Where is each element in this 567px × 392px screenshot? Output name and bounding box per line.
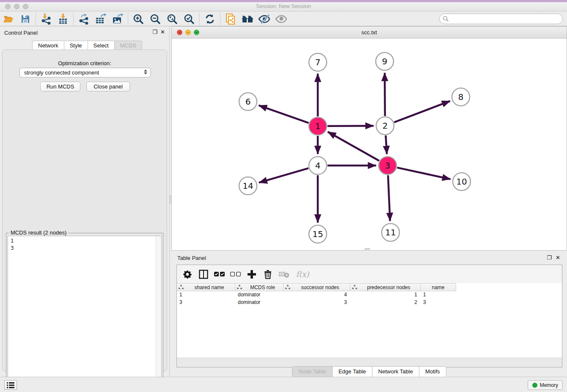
graph-edge-2-9[interactable] — [385, 73, 385, 116]
tree-hierarchy-icon — [352, 285, 359, 290]
graph-edge-1-2[interactable] — [328, 126, 374, 126]
mcds-result-title: MCDS result (2 nodes) — [9, 229, 68, 236]
list-icon — [7, 382, 14, 388]
column-header-shared-name[interactable]: shared name — [177, 284, 235, 291]
table-toolbar: f(x) — [177, 265, 562, 283]
zoom-fit-icon[interactable] — [164, 13, 181, 25]
graph-edge-1-6[interactable] — [259, 105, 308, 123]
table-cell[interactable]: 4 — [284, 291, 350, 299]
table-cell[interactable]: 3 — [284, 299, 350, 306]
table-cell[interactable]: 3 — [177, 299, 235, 306]
column-header-name[interactable]: name — [421, 284, 456, 291]
graph-node-label-2: 2 — [383, 121, 388, 131]
graph-node-label-7: 7 — [315, 57, 321, 67]
tab-edge-table[interactable]: Edge Table — [333, 367, 372, 377]
graph-node-label-3: 3 — [385, 160, 391, 171]
tab-node-table[interactable]: Node Table — [292, 367, 333, 377]
control-panel-tabs: NetworkStyleSelectMCDS — [32, 41, 142, 50]
table-cell[interactable]: dominator — [235, 291, 284, 299]
graph-node-label-9: 9 — [382, 56, 388, 66]
home-layout-icon[interactable] — [239, 13, 256, 25]
table-row[interactable]: 3dominator323 — [177, 299, 562, 306]
criterion-select[interactable]: strongly connected component — [19, 68, 151, 77]
table-panel-close-icon[interactable]: ✕ — [556, 254, 560, 261]
split-columns-icon[interactable] — [196, 268, 211, 281]
graph-edge-4-14[interactable] — [259, 168, 308, 182]
table-tabs-row: Node TableEdge TableNetwork TableMotifs — [171, 366, 567, 377]
import-table-icon[interactable] — [55, 13, 72, 25]
gear-icon[interactable] — [180, 268, 195, 281]
column-header-successor-nodes[interactable]: successor nodes — [284, 284, 350, 291]
deselect-all-icon[interactable] — [228, 268, 243, 281]
clone-network-icon[interactable] — [222, 13, 239, 25]
tab-mcds[interactable]: MCDS — [114, 41, 142, 50]
table-cell[interactable]: 3 — [421, 299, 456, 306]
function-builder-icon: f(x) — [293, 268, 312, 281]
search-input[interactable] — [439, 14, 563, 24]
export-image-icon[interactable] — [109, 13, 126, 25]
zoom-in-icon[interactable] — [130, 13, 147, 25]
save-session-icon[interactable] — [17, 13, 34, 25]
graph-edge-3-11[interactable] — [388, 175, 390, 221]
table-scroll-strip[interactable] — [177, 358, 562, 367]
table-cell[interactable]: 1 — [177, 291, 235, 299]
add-column-icon[interactable] — [245, 268, 259, 281]
zoom-out-icon[interactable] — [147, 13, 164, 25]
window-title: Session: New Session — [0, 3, 567, 9]
result-scrollbar[interactable] — [156, 236, 161, 391]
delete-column-icon[interactable] — [261, 268, 275, 281]
refresh-icon[interactable] — [201, 13, 218, 25]
table-panel-title: Table Panel — [177, 255, 206, 261]
table-row[interactable]: 1dominator411 — [177, 291, 562, 299]
table-cell[interactable]: 1 — [421, 291, 456, 299]
table-cell[interactable]: 2 — [350, 299, 421, 306]
table-header-row: shared nameMCDS rolesuccessor nodesprede… — [177, 283, 456, 291]
export-network-icon[interactable] — [75, 13, 92, 25]
task-history-button[interactable] — [4, 380, 17, 390]
optimization-criterion-label: Optimization criterion: — [3, 60, 167, 66]
tab-network[interactable]: Network — [32, 41, 64, 50]
toolbar-separator — [128, 13, 128, 25]
tree-hierarchy-icon — [179, 285, 185, 290]
graph-edge-2-8[interactable] — [394, 101, 450, 122]
graph-node-label-10: 10 — [456, 177, 467, 187]
table-cell[interactable]: dominator — [235, 299, 284, 306]
table-body: 1dominator4113dominator323 — [177, 291, 562, 306]
graph-edge-3-10[interactable] — [397, 168, 450, 179]
run-mcds-button[interactable]: Run MCDS — [40, 82, 80, 91]
import-network-icon[interactable] — [38, 13, 55, 25]
close-panel-button[interactable]: Close panel — [86, 82, 130, 91]
table-panel: Table Panel ❒ ✕ — [171, 251, 567, 377]
control-panel-header: Control Panel ❒ ✕ — [0, 26, 169, 38]
open-session-icon[interactable] — [0, 13, 17, 25]
select-all-icon[interactable] — [212, 268, 227, 281]
memory-button[interactable]: Memory — [528, 380, 563, 390]
result-line: 1 — [11, 237, 159, 245]
criterion-selected-value: strongly connected component — [24, 69, 99, 76]
tab-select[interactable]: Select — [88, 41, 114, 50]
tab-network-table[interactable]: Network Table — [372, 367, 419, 377]
export-table-icon[interactable] — [92, 13, 109, 25]
table-tab-group: Node TableEdge TableNetwork TableMotifs — [292, 366, 446, 377]
right-region: ✕ − + scc.txt 1234678910111415 Table Pan… — [171, 26, 567, 377]
control-panel-close-icon[interactable]: ✕ — [160, 29, 165, 35]
table-cell[interactable]: 1 — [350, 291, 421, 299]
hide-selected-icon[interactable] — [256, 13, 273, 25]
tab-style[interactable]: Style — [64, 41, 88, 50]
toolbar-separator — [36, 13, 36, 25]
control-panel-float-icon[interactable]: ❒ — [152, 29, 157, 35]
network-canvas[interactable]: 1234678910111415 — [172, 39, 567, 250]
main-toolbar — [0, 12, 567, 26]
show-all-icon[interactable] — [273, 13, 290, 25]
zoom-selected-icon[interactable] — [181, 13, 198, 25]
mcds-result-text[interactable]: 13 — [8, 236, 162, 391]
status-bar: Memory — [0, 377, 567, 392]
column-header-MCDS-role[interactable]: MCDS role — [235, 284, 284, 291]
graph-edge-3-1[interactable] — [328, 132, 379, 160]
column-header-predecessor-nodes[interactable]: predecessor nodes — [350, 284, 421, 291]
table-panel-float-icon[interactable]: ❒ — [547, 254, 552, 261]
main-area: Control Panel ❒ ✕ NetworkStyleSelectMCDS… — [0, 26, 567, 377]
graph-edge-2-3[interactable] — [385, 135, 387, 154]
tab-motifs[interactable]: Motifs — [419, 367, 446, 377]
app-window: Session: New Session — [0, 0, 567, 392]
